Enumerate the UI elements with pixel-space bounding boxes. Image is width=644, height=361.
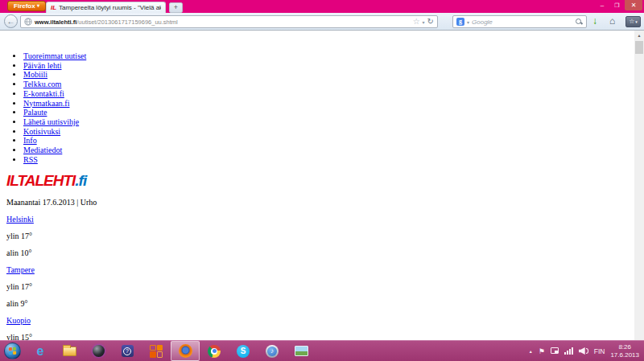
list-item: Mediatiedot bbox=[23, 146, 634, 155]
list-item: Kotisivuksi bbox=[23, 127, 634, 137]
list-item: Info bbox=[23, 136, 634, 146]
weather-high-line: ylin 15° bbox=[6, 333, 634, 340]
folder-icon bbox=[63, 347, 76, 356]
media-player-icon bbox=[93, 345, 105, 357]
taskbar-app-file-explorer[interactable] bbox=[55, 341, 84, 361]
bookmarks-menu-button[interactable]: ☆ ▾ bbox=[625, 16, 641, 27]
reload-icon[interactable]: ↻ bbox=[427, 18, 434, 26]
taskbar-app-itunes[interactable]: ♪ bbox=[258, 341, 287, 361]
taskbar-app-skype[interactable]: S bbox=[229, 341, 258, 361]
nav-link-info[interactable]: Info bbox=[23, 136, 37, 145]
weather-low-line: alin 10° bbox=[6, 248, 634, 258]
taskbar-app-photo-viewer[interactable] bbox=[287, 341, 316, 361]
weather-low-line: alin 9° bbox=[6, 299, 634, 309]
language-indicator[interactable]: FIN bbox=[594, 347, 605, 355]
taskbar-clock[interactable]: 8:2617.6.2013 bbox=[610, 343, 639, 359]
weather-city-line: Helsinki bbox=[6, 215, 634, 224]
restore-button[interactable]: ❐ bbox=[610, 0, 624, 10]
weather-city-link-helsinki[interactable]: Helsinki bbox=[6, 215, 34, 224]
taskbar-app-chrome[interactable] bbox=[200, 341, 229, 361]
itunes-icon: ♪ bbox=[266, 345, 279, 358]
browser-tab[interactable]: IL Tampereelta löytyi ruumis - "Vielä ak… bbox=[46, 2, 166, 13]
nav-link-nytmatkaan[interactable]: Nytmatkaan.fi bbox=[23, 99, 69, 108]
page-content: Tuoreimmat uutiset Päivän lehti Mobiili … bbox=[0, 31, 634, 340]
scrollbar-thumb[interactable] bbox=[635, 41, 643, 54]
browser-navbar: ← www.iltalehti.fi/uutiset/2013061717159… bbox=[0, 13, 644, 31]
chevron-down-icon: ▾ bbox=[37, 3, 39, 8]
bookmarks-caret-icon: ▾ bbox=[635, 19, 638, 24]
url-dropdown-icon[interactable]: ▾ bbox=[423, 19, 425, 25]
signal-strength-icon[interactable] bbox=[564, 347, 573, 355]
home-button[interactable]: ⌂ bbox=[609, 15, 615, 27]
search-input[interactable] bbox=[472, 18, 573, 26]
iltalehti-logo[interactable]: ILTALEHTI.fi bbox=[6, 172, 634, 190]
taskbar-apps: e ? S ♪ bbox=[26, 341, 316, 361]
iltalehti-favicon-icon: IL bbox=[51, 4, 56, 11]
taskbar: e ? S ♪ ▲ ⚑ FIN 8:2617.6.2013 bbox=[0, 340, 644, 361]
tab-title: Tampereelta löytyi ruumis - "Vielä akuut… bbox=[59, 4, 161, 11]
search-engine-dropdown-icon[interactable]: ▾ bbox=[467, 19, 469, 25]
url-bar[interactable]: www.iltalehti.fi/uutiset/201306171715969… bbox=[20, 15, 438, 28]
weather-city-link-tampere[interactable]: Tampere bbox=[6, 265, 35, 274]
vertical-scrollbar[interactable]: ▲ bbox=[634, 31, 644, 340]
action-center-flag-icon[interactable]: ⚑ bbox=[539, 347, 545, 355]
list-item: Telkku.com bbox=[23, 80, 634, 89]
list-item: Tuoreimmat uutiset bbox=[23, 51, 634, 61]
taskbar-app-media-player[interactable] bbox=[84, 341, 113, 361]
list-item: Nytmatkaan.fi bbox=[23, 99, 634, 109]
taskbar-app-firefox[interactable] bbox=[171, 341, 200, 361]
internet-explorer-icon: e bbox=[37, 345, 44, 358]
firefox-icon bbox=[179, 344, 192, 358]
taskbar-app-internet-explorer[interactable]: e bbox=[26, 341, 55, 361]
nav-link-laheta-uutisvihje[interactable]: Lähetä uutisvihje bbox=[23, 117, 79, 126]
new-tab-button[interactable]: + bbox=[169, 2, 183, 13]
logo-main-text: ILTALEHTI bbox=[6, 172, 75, 189]
bookmark-star-icon[interactable]: ☆ bbox=[413, 18, 420, 26]
taskbar-app-office[interactable] bbox=[142, 341, 171, 361]
tray-hidden-icons-chevron[interactable]: ▲ bbox=[529, 349, 533, 354]
url-domain: www.iltalehti.fi bbox=[35, 18, 76, 26]
windows-flag-icon bbox=[9, 347, 16, 355]
firefox-menu-button[interactable]: Firefox ▾ bbox=[7, 1, 46, 11]
list-item: RSS bbox=[23, 155, 634, 165]
nav-link-tuoreimmat-uutiset[interactable]: Tuoreimmat uutiset bbox=[23, 51, 86, 60]
volume-icon[interactable] bbox=[579, 347, 588, 355]
nav-link-rss[interactable]: RSS bbox=[23, 155, 38, 164]
date-line: Maanantai 17.6.2013 | Urho bbox=[6, 198, 634, 207]
site-nav-list: Tuoreimmat uutiset Päivän lehti Mobiili … bbox=[6, 51, 634, 164]
search-bar[interactable]: g ▾ bbox=[452, 15, 587, 28]
nav-link-paivan-lehti[interactable]: Päivän lehti bbox=[23, 61, 62, 70]
nav-link-e-kontakti[interactable]: E-kontakti.fi bbox=[23, 89, 64, 98]
minimize-button[interactable]: – bbox=[596, 0, 609, 10]
nav-link-telkku[interactable]: Telkku.com bbox=[23, 80, 61, 88]
nav-link-mobiili[interactable]: Mobiili bbox=[23, 70, 47, 79]
nav-link-palaute[interactable]: Palaute bbox=[23, 108, 47, 117]
desktop-screen: Firefox ▾ IL Tampereelta löytyi ruumis -… bbox=[0, 0, 644, 361]
search-icon[interactable] bbox=[576, 18, 583, 26]
list-item: E-kontakti.fi bbox=[23, 89, 634, 99]
start-button[interactable] bbox=[4, 343, 21, 359]
help-icon: ? bbox=[122, 345, 134, 357]
clock-time: 8:26 bbox=[618, 343, 631, 351]
scroll-up-arrow-icon[interactable]: ▲ bbox=[634, 31, 644, 40]
clock-date: 17.6.2013 bbox=[610, 351, 639, 359]
list-item: Mobiili bbox=[23, 70, 634, 80]
globe-icon bbox=[24, 18, 32, 26]
weather-high-line: ylin 17° bbox=[6, 282, 634, 292]
weather-city-link-kuopio[interactable]: Kuopio bbox=[6, 316, 31, 325]
page-viewport: Tuoreimmat uutiset Päivän lehti Mobiili … bbox=[0, 31, 644, 340]
nav-link-mediatiedot[interactable]: Mediatiedot bbox=[23, 146, 62, 154]
skype-icon: S bbox=[237, 345, 250, 358]
network-icon[interactable] bbox=[551, 347, 559, 355]
firefox-menu-label: Firefox bbox=[14, 2, 35, 10]
logo-suffix-text: .fi bbox=[75, 172, 86, 189]
google-engine-icon[interactable]: g bbox=[456, 18, 464, 26]
taskbar-app-help[interactable]: ? bbox=[113, 341, 142, 361]
weather-city-line: Kuopio bbox=[6, 316, 634, 326]
downloads-button[interactable]: ↓ bbox=[592, 16, 597, 26]
system-tray: ▲ ⚑ FIN 8:2617.6.2013 bbox=[529, 343, 644, 359]
nav-link-kotisivuksi[interactable]: Kotisivuksi bbox=[23, 127, 60, 136]
close-button[interactable]: ✕ bbox=[625, 0, 642, 10]
back-button[interactable]: ← bbox=[4, 14, 18, 28]
photo-viewer-icon bbox=[295, 346, 308, 356]
